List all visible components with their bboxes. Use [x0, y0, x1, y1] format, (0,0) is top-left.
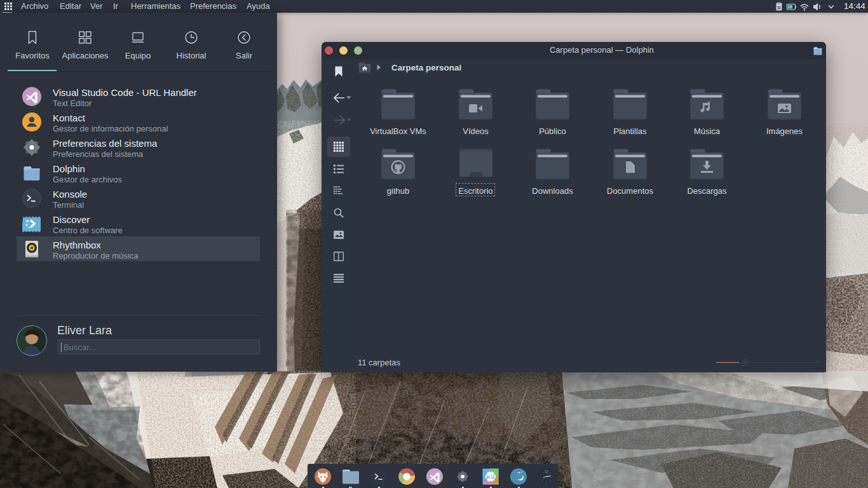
- svg-text:12: 12: [545, 470, 548, 473]
- svg-text:KV: KV: [487, 474, 495, 480]
